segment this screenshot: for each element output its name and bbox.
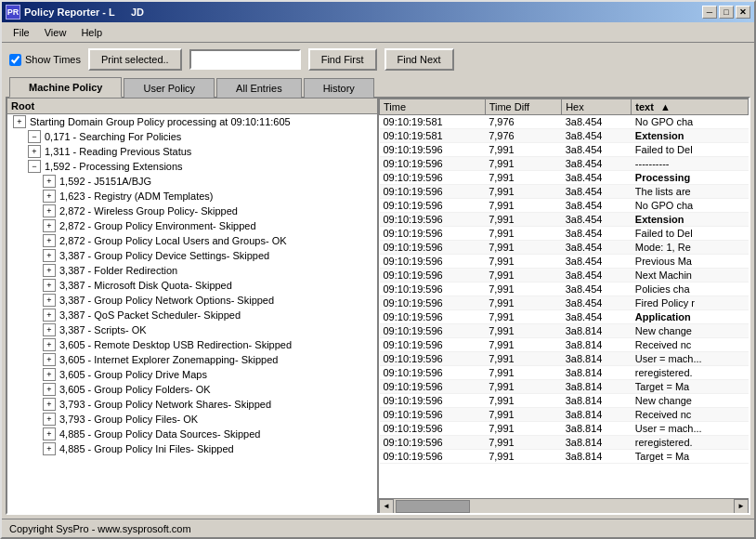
- print-selected-button[interactable]: Print selected..: [88, 48, 182, 71]
- scroll-thumb[interactable]: [396, 500, 470, 513]
- tree-item[interactable]: +1,592 - J5151A/BJG: [7, 174, 377, 189]
- tree-expander-icon[interactable]: +: [43, 279, 56, 292]
- tree-item[interactable]: −1,592 - Processing Extensions: [7, 159, 377, 174]
- tree-item[interactable]: +2,872 - Wireless Group Policy- Skipped: [7, 204, 377, 218]
- tab-history[interactable]: History: [304, 78, 374, 98]
- table-row[interactable]: 09:10:19:5967,9913a8.454Failed to Del: [380, 143, 749, 157]
- tree-item[interactable]: +3,387 - QoS Packet Scheduler- Skipped: [7, 308, 377, 322]
- table-row[interactable]: 09:10:19:5967,9913a8.814Received nc: [380, 408, 749, 422]
- tree-expander-icon[interactable]: +: [43, 190, 56, 203]
- tab-user-policy[interactable]: User Policy: [124, 78, 215, 98]
- table-row[interactable]: 09:10:19:5967,9913a8.814Received nc: [380, 338, 749, 352]
- table-row[interactable]: 09:10:19:5967,9913a8.454No GPO cha: [380, 199, 749, 213]
- table-row[interactable]: 09:10:19:5967,9913a8.814Target = Ma: [380, 380, 749, 394]
- table-row[interactable]: 09:10:19:5967,9913a8.454The lists are: [380, 185, 749, 199]
- table-cell-time_diff: 7,991: [485, 185, 561, 199]
- table-row[interactable]: 09:10:19:5967,9913a8.814reregistered.: [380, 436, 749, 450]
- menu-help[interactable]: Help: [73, 25, 110, 40]
- tree-expander-icon[interactable]: +: [43, 398, 56, 411]
- table-row[interactable]: 09:10:19:5967,9913a8.454Extension: [380, 213, 749, 227]
- tree-item[interactable]: +3,387 - Scripts- OK: [7, 322, 377, 337]
- tree-expander-icon[interactable]: +: [43, 264, 56, 277]
- search-input[interactable]: [189, 49, 301, 70]
- scroll-right-button[interactable]: ►: [734, 499, 749, 514]
- scroll-track[interactable]: [394, 499, 734, 513]
- tree-item[interactable]: +2,872 - Group Policy Environment- Skipp…: [7, 218, 377, 233]
- tree-item[interactable]: +3,387 - Group Policy Network Options- S…: [7, 293, 377, 308]
- table-cell-text: No GPO cha: [632, 115, 749, 129]
- tree-expander-icon[interactable]: +: [43, 383, 56, 396]
- tree-expander-icon[interactable]: +: [43, 413, 56, 426]
- tree-expander-icon[interactable]: +: [43, 323, 56, 336]
- col-hex[interactable]: Hex: [562, 99, 632, 115]
- table-row[interactable]: 09:10:19:5967,9913a8.454Mode: 1, Re: [380, 241, 749, 255]
- maximize-button[interactable]: □: [719, 6, 734, 19]
- table-row[interactable]: 09:10:19:5967,9913a8.454Failed to Del: [380, 227, 749, 241]
- tree-expander-icon[interactable]: +: [43, 204, 56, 217]
- table-row[interactable]: 09:10:19:5967,9913a8.454Previous Ma: [380, 255, 749, 269]
- table-row[interactable]: 09:10:19:5817,9763a8.454Extension: [380, 129, 749, 143]
- table-row[interactable]: 09:10:19:5967,9913a8.814Target = Ma: [380, 450, 749, 464]
- tree-item[interactable]: +4,885 - Group Policy Ini Files- Skipped: [7, 441, 377, 456]
- data-scroll[interactable]: Time Time Diff Hex text ▲ 09:10:19:5817,…: [379, 99, 749, 498]
- tree-expander-icon[interactable]: +: [43, 219, 56, 232]
- table-row[interactable]: 09:10:19:5967,9913a8.814User = mach...: [380, 422, 749, 436]
- tree-expander-icon[interactable]: −: [28, 130, 41, 143]
- table-row[interactable]: 09:10:19:5967,9913a8.454Application: [380, 310, 749, 324]
- tab-all-entries[interactable]: All Entries: [216, 78, 302, 98]
- tree-item[interactable]: +3,605 - Internet Explorer Zonemapping- …: [7, 352, 377, 367]
- table-row[interactable]: 09:10:19:5967,9913a8.814New change: [380, 324, 749, 338]
- show-times-checkbox[interactable]: [9, 54, 21, 66]
- table-row[interactable]: 09:10:19:5967,9913a8.454Policies cha: [380, 283, 749, 296]
- find-next-button[interactable]: Find Next: [385, 48, 454, 71]
- table-row[interactable]: 09:10:19:5967,9913a8.814New change: [380, 394, 749, 408]
- tree-expander-icon[interactable]: +: [43, 368, 56, 381]
- tree-expander-icon[interactable]: +: [43, 175, 56, 188]
- tree-item[interactable]: +3,387 - Microsoft Disk Quota- Skipped: [7, 278, 377, 293]
- menu-file[interactable]: File: [6, 25, 37, 40]
- table-row[interactable]: 09:10:19:5967,9913a8.454Next Machin: [380, 269, 749, 283]
- tree-item[interactable]: +3,605 - Remote Desktop USB Redirection-…: [7, 337, 377, 352]
- table-row[interactable]: 09:10:19:5967,9913a8.454Processing: [380, 171, 749, 185]
- close-button[interactable]: ✕: [736, 6, 750, 19]
- tree-panel[interactable]: Root +Starting Domain Group Policy proce…: [7, 99, 379, 513]
- minimize-button[interactable]: ─: [702, 6, 717, 19]
- tree-expander-icon[interactable]: +: [28, 145, 41, 158]
- scroll-left-button[interactable]: ◄: [379, 499, 394, 514]
- tree-item[interactable]: +3,605 - Group Policy Folders- OK: [7, 382, 377, 397]
- tree-expander-icon[interactable]: +: [43, 234, 56, 247]
- tree-item[interactable]: +3,387 - Group Policy Device Settings- S…: [7, 248, 377, 263]
- tree-item[interactable]: +3,605 - Group Policy Drive Maps: [7, 367, 377, 382]
- horizontal-scrollbar[interactable]: ◄ ►: [379, 498, 749, 513]
- col-time-diff[interactable]: Time Diff: [485, 99, 561, 115]
- tree-item[interactable]: +Starting Domain Group Policy processing…: [7, 114, 377, 129]
- tree-expander-icon[interactable]: +: [43, 249, 56, 262]
- table-row[interactable]: 09:10:19:5967,9913a8.814reregistered.: [380, 366, 749, 380]
- col-text[interactable]: text ▲: [632, 99, 749, 115]
- tree-item[interactable]: +4,885 - Group Policy Data Sources- Skip…: [7, 427, 377, 441]
- table-row[interactable]: 09:10:19:5817,9763a8.454No GPO cha: [380, 115, 749, 129]
- find-first-button[interactable]: Find First: [308, 48, 377, 71]
- tree-expander-icon[interactable]: +: [13, 115, 26, 128]
- show-times-label[interactable]: Show Times: [9, 54, 81, 66]
- table-row[interactable]: 09:10:19:5967,9913a8.454----------: [380, 157, 749, 171]
- tree-item[interactable]: +2,872 - Group Policy Local Users and Gr…: [7, 233, 377, 248]
- tree-expander-icon[interactable]: +: [43, 442, 56, 455]
- tree-expander-icon[interactable]: +: [43, 294, 56, 307]
- col-time[interactable]: Time: [380, 99, 486, 115]
- tree-expander-icon[interactable]: −: [28, 160, 41, 173]
- tree-expander-icon[interactable]: +: [43, 338, 56, 351]
- tree-item[interactable]: +1,311 - Reading Previous Status: [7, 144, 377, 159]
- tab-machine-policy[interactable]: Machine Policy: [9, 77, 122, 98]
- tree-item[interactable]: +3,793 - Group Policy Network Shares- Sk…: [7, 397, 377, 412]
- table-row[interactable]: 09:10:19:5967,9913a8.814User = mach...: [380, 352, 749, 366]
- tree-expander-icon[interactable]: +: [43, 353, 56, 366]
- menu-view[interactable]: View: [37, 25, 74, 40]
- tree-item[interactable]: −0,171 - Searching For Policies: [7, 129, 377, 144]
- tree-expander-icon[interactable]: +: [43, 309, 56, 322]
- table-row[interactable]: 09:10:19:5967,9913a8.454Fired Policy r: [380, 296, 749, 310]
- tree-item[interactable]: +3,793 - Group Policy Files- OK: [7, 412, 377, 427]
- tree-expander-icon[interactable]: +: [43, 427, 56, 440]
- tree-item[interactable]: +3,387 - Folder Redirection: [7, 263, 377, 278]
- tree-item[interactable]: +1,623 - Registry (ADM Templates): [7, 189, 377, 204]
